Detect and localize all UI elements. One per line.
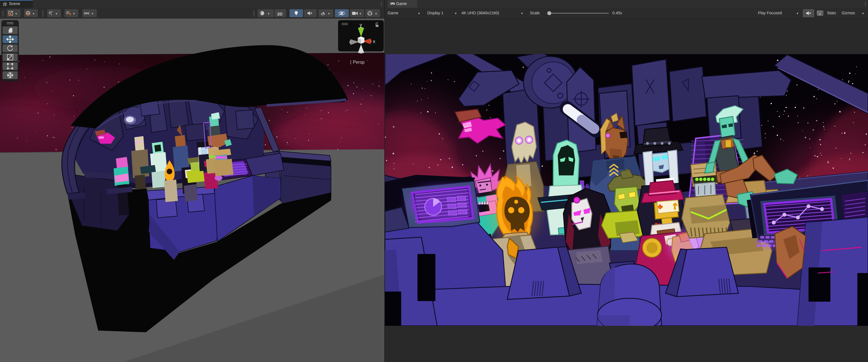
svg-text:y: y [360, 22, 362, 28]
svg-text:Y: Y [51, 13, 53, 16]
svg-text:x: x [373, 39, 375, 44]
